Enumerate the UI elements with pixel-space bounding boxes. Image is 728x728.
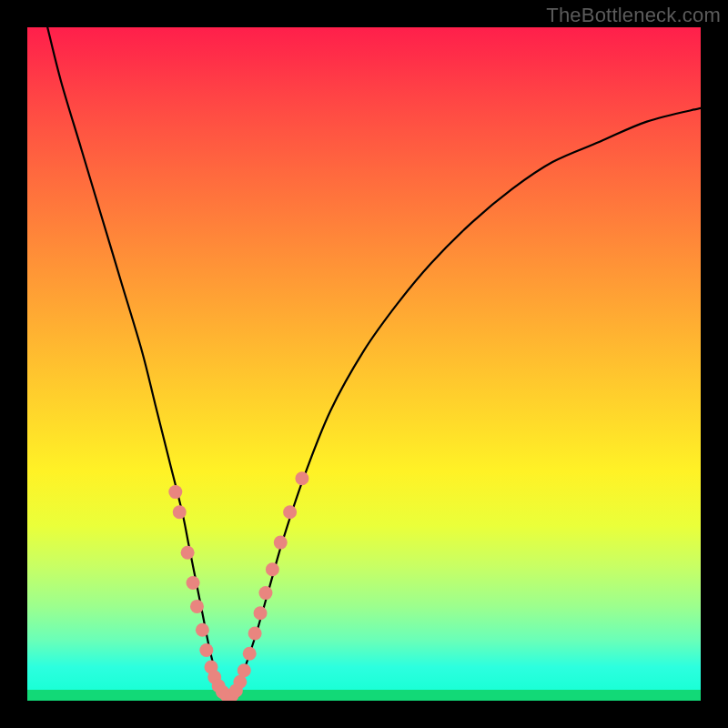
data-markers bbox=[168, 471, 308, 701]
chart-frame: TheBottleneck.com bbox=[0, 0, 728, 728]
plot-area bbox=[27, 27, 701, 701]
data-marker bbox=[196, 623, 209, 637]
watermark-text: TheBottleneck.com bbox=[546, 4, 721, 27]
data-marker bbox=[187, 576, 200, 590]
data-marker bbox=[190, 600, 204, 613]
data-marker bbox=[168, 485, 182, 499]
data-marker bbox=[295, 471, 308, 485]
bottleneck-curve bbox=[47, 27, 701, 697]
data-marker bbox=[254, 606, 268, 620]
data-marker bbox=[248, 627, 262, 641]
data-marker bbox=[181, 546, 195, 560]
curve-svg bbox=[27, 27, 701, 701]
data-marker bbox=[274, 536, 288, 550]
data-marker bbox=[199, 643, 213, 657]
data-marker bbox=[266, 562, 279, 576]
data-marker bbox=[283, 505, 297, 519]
data-marker bbox=[243, 647, 257, 661]
data-marker bbox=[173, 505, 187, 519]
data-marker bbox=[258, 586, 272, 600]
data-marker bbox=[238, 663, 251, 677]
